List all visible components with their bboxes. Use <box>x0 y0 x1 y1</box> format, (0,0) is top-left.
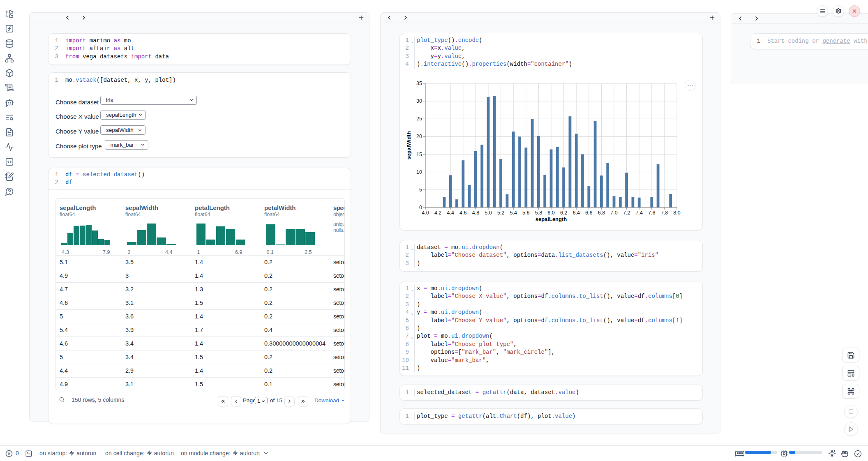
svg-text:6.2: 6.2 <box>560 210 567 216</box>
svg-text:35: 35 <box>416 81 422 86</box>
svg-text:7.8: 7.8 <box>661 210 668 216</box>
svg-text:5.8: 5.8 <box>535 210 542 216</box>
svg-text:7.0: 7.0 <box>610 210 617 216</box>
svg-text:5: 5 <box>419 187 422 193</box>
svg-text:5.0: 5.0 <box>485 210 492 216</box>
svg-text:sepalWidth: sepalWidth <box>406 131 412 159</box>
svg-text:30: 30 <box>416 98 422 104</box>
svg-text:5.4: 5.4 <box>510 210 517 216</box>
svg-text:5.2: 5.2 <box>497 210 504 216</box>
svg-text:sepalLength: sepalLength <box>536 216 567 222</box>
svg-text:15: 15 <box>416 152 422 157</box>
svg-text:7.4: 7.4 <box>636 210 643 216</box>
svg-text:4.4: 4.4 <box>447 210 454 216</box>
svg-text:4.0: 4.0 <box>422 210 429 216</box>
svg-text:4.6: 4.6 <box>459 210 466 216</box>
svg-text:10: 10 <box>416 169 422 175</box>
svg-text:25: 25 <box>416 116 422 122</box>
svg-text:8.0: 8.0 <box>673 210 680 216</box>
svg-text:0: 0 <box>419 205 422 210</box>
svg-text:6.4: 6.4 <box>573 210 580 216</box>
svg-text:5.6: 5.6 <box>522 210 529 216</box>
svg-text:6.0: 6.0 <box>547 210 554 216</box>
svg-text:7.6: 7.6 <box>648 210 655 216</box>
svg-text:20: 20 <box>416 134 422 139</box>
svg-text:4.8: 4.8 <box>472 210 479 216</box>
svg-text:6.8: 6.8 <box>598 210 605 216</box>
svg-text:6.6: 6.6 <box>585 210 592 216</box>
svg-text:7.2: 7.2 <box>623 210 630 216</box>
svg-text:4.2: 4.2 <box>434 210 441 216</box>
